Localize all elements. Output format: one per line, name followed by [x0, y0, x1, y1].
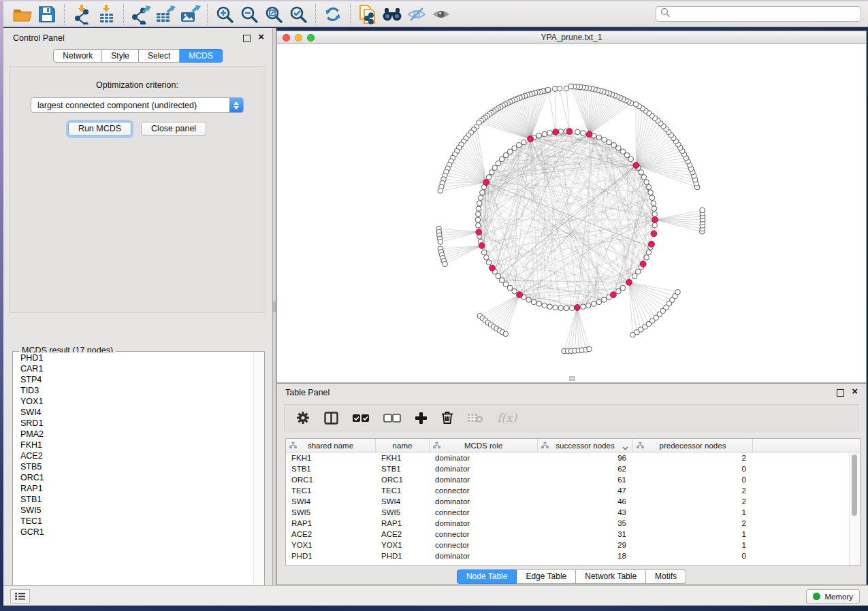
cell: 2 — [633, 452, 753, 463]
tab-network[interactable]: Network — [53, 49, 102, 63]
table-row-ACE2[interactable]: ACE2ACE2connector311 — [286, 529, 860, 540]
network-window-titlebar[interactable]: YPA_prune.txt_1 — [277, 31, 866, 44]
network-node — [628, 156, 634, 162]
mcds-result-item[interactable]: STB1 — [14, 494, 254, 505]
column-header-MCDS-role[interactable]: MCDS role — [430, 439, 538, 452]
cell: 1 — [633, 540, 753, 550]
cell: 46 — [538, 496, 633, 507]
network-resize-grip[interactable] — [569, 376, 575, 381]
mcds-result-item[interactable]: ACE2 — [14, 450, 254, 461]
network-node — [624, 152, 630, 158]
export-image-icon[interactable] — [178, 3, 202, 25]
import-table-icon[interactable] — [94, 3, 118, 25]
tab-select[interactable]: Select — [139, 49, 180, 63]
node-table-scrollbar[interactable] — [849, 452, 860, 565]
mcds-result-item[interactable]: PMA2 — [14, 429, 254, 440]
search-input[interactable] — [671, 9, 856, 20]
table-panel-close-icon[interactable]: × — [852, 385, 858, 397]
show-all-icon[interactable] — [429, 3, 453, 25]
network-node — [542, 131, 547, 137]
sort-chevron-icon[interactable] — [622, 444, 628, 452]
column-header-shared-name[interactable]: shared name — [286, 439, 376, 452]
mcds-result-scrollbar[interactable] — [253, 352, 263, 596]
optimization-select[interactable]: largest connected component (undirected) — [31, 97, 244, 113]
mcds-result-list[interactable]: PHD1CAR1STP4TID3YOX1SWI4SRD1PMA2FKH1ACE2… — [14, 352, 254, 596]
mcds-result-item[interactable]: PHD1 — [14, 352, 254, 363]
tab-network-table[interactable]: Network Table — [576, 569, 646, 584]
satellite-node — [568, 84, 574, 89]
mcds-result-item[interactable]: TEC1 — [14, 516, 254, 527]
mcds-result-item[interactable]: SWI5 — [14, 505, 254, 516]
table-row-FKH1[interactable]: FKH1FKH1dominator962 — [286, 452, 860, 463]
close-panel-button[interactable]: Close panel — [141, 122, 206, 136]
mcds-result-item[interactable]: SRD1 — [14, 418, 254, 429]
refresh-icon[interactable] — [321, 3, 345, 25]
import-network-icon[interactable] — [69, 3, 94, 25]
mcds-result-item[interactable]: STB5 — [14, 461, 254, 472]
zoom-out-icon[interactable] — [237, 3, 261, 25]
network-canvas[interactable] — [277, 44, 866, 382]
table-row-SWI5[interactable]: SWI5SWI5connector431 — [286, 507, 860, 518]
mcds-result-item[interactable]: RAP1 — [14, 483, 254, 494]
table-row-TEC1[interactable]: TEC1TEC1connector472 — [286, 485, 860, 496]
mcds-result-item[interactable]: YOX1 — [14, 396, 254, 407]
search-box[interactable] — [656, 6, 861, 22]
table-panel-float-icon[interactable] — [837, 389, 844, 397]
network-node — [503, 282, 509, 287]
cell: ORC1 — [286, 474, 376, 485]
mcds-result-item[interactable]: SWI4 — [14, 407, 254, 418]
cell: PHD1 — [286, 550, 376, 561]
table-row-ORC1[interactable]: ORC1ORC1dominator610 — [286, 474, 860, 485]
hide-selected-icon[interactable] — [404, 3, 429, 25]
run-mcds-button[interactable]: Run MCDS — [68, 122, 131, 136]
memory-button[interactable]: Memory — [806, 589, 860, 604]
scrollbar-thumb[interactable] — [852, 455, 857, 516]
clone-network-icon[interactable] — [355, 3, 380, 25]
tab-mcds[interactable]: MCDS — [180, 49, 222, 63]
deselect-all-icon[interactable] — [383, 408, 401, 428]
mcds-result-item[interactable]: ORC1 — [14, 472, 254, 483]
open-session-icon[interactable] — [10, 3, 35, 25]
show-columns-icon[interactable] — [324, 408, 338, 428]
save-session-icon[interactable] — [35, 3, 59, 25]
export-table-icon[interactable] — [153, 3, 178, 25]
splitter-grip[interactable] — [273, 301, 276, 312]
mcds-result-item[interactable]: TID3 — [14, 385, 254, 396]
zoom-in-icon[interactable] — [212, 3, 237, 25]
tab-style[interactable]: Style — [102, 49, 139, 63]
table-row-SWI4[interactable]: SWI4SWI4dominator462 — [286, 496, 860, 507]
control-panel-float-icon[interactable] — [243, 35, 251, 42]
mcds-result-item[interactable]: FKH1 — [14, 440, 254, 450]
show-panels-button[interactable] — [10, 589, 30, 604]
mcds-result-item[interactable]: CAR1 — [14, 363, 254, 374]
table-row-RAP1[interactable]: RAP1RAP1dominator352 — [286, 518, 860, 529]
zoom-selected-icon[interactable] — [286, 3, 310, 25]
settings-icon[interactable] — [295, 408, 310, 428]
column-header-name[interactable]: name — [376, 439, 430, 452]
network-node — [632, 274, 637, 279]
tab-edge-table[interactable]: Edge Table — [517, 569, 576, 584]
cell: 61 — [538, 474, 633, 485]
network-node — [536, 301, 542, 307]
table-row-YOX1[interactable]: YOX1YOX1connector291 — [286, 540, 860, 550]
column-header-successor-nodes[interactable]: successor nodes — [538, 439, 633, 452]
satellite-node — [438, 240, 443, 245]
search-find-icon[interactable] — [380, 3, 404, 25]
cell: FKH1 — [286, 452, 376, 463]
column-header-predecessor-nodes[interactable]: predecessor nodes — [633, 439, 753, 452]
zoom-fit-icon[interactable] — [261, 3, 286, 25]
add-row-icon[interactable] — [415, 408, 428, 428]
mcds-result-item[interactable]: GCR1 — [14, 527, 254, 538]
control-panel-close-icon[interactable]: × — [258, 31, 264, 43]
network-node — [536, 133, 542, 139]
select-all-icon[interactable] — [352, 408, 370, 428]
network-node — [620, 149, 626, 154]
delete-rows-icon[interactable] — [441, 408, 453, 428]
table-row-STB1[interactable]: STB1STB1dominator620 — [286, 463, 860, 474]
export-network-icon[interactable] — [129, 3, 153, 25]
optimization-criterion-label: Optimization criterion: — [10, 80, 265, 90]
tab-motifs[interactable]: Motifs — [646, 569, 686, 584]
tab-node-table[interactable]: Node Table — [457, 569, 517, 584]
table-row-PHD1[interactable]: PHD1PHD1dominator180 — [286, 550, 860, 561]
mcds-result-item[interactable]: STP4 — [14, 374, 254, 385]
